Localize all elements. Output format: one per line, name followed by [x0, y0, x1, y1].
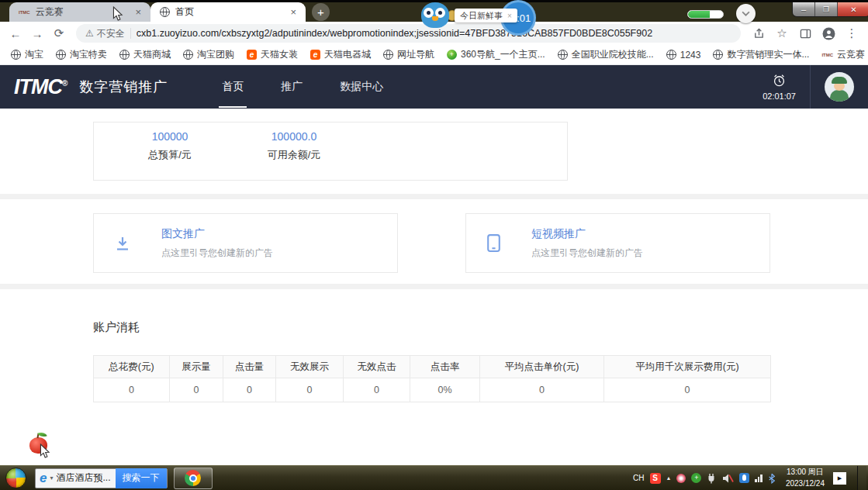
bookmark-item[interactable]: e天猫电器城 [304, 47, 377, 64]
mobile-device-icon [486, 233, 502, 253]
nav-promotion[interactable]: 推广 [279, 77, 304, 97]
tab-home[interactable]: 首页 × [150, 2, 306, 22]
power-plug-icon[interactable] [707, 473, 716, 484]
bookmark-item[interactable]: ITMC云竞赛 [815, 47, 868, 64]
qq-tray-icon[interactable] [739, 473, 749, 483]
card-title-link[interactable]: 短视频推广 [531, 227, 643, 241]
budget-box: 100000 总预算/元 100000.0 可用余额/元 [93, 122, 568, 181]
bookmark-label: 天猫女装 [261, 48, 298, 61]
bookmark-item[interactable]: 淘宝 [5, 47, 50, 64]
nav-home[interactable]: 首页 [220, 77, 245, 97]
balance-value[interactable]: 100000.0 [232, 130, 356, 143]
maximize-button[interactable]: ❐ [815, 2, 838, 16]
globe-icon [558, 50, 568, 60]
itmc-favicon: ITMC [821, 53, 833, 57]
card-text: 图文推广 点这里引导您创建新的广告 [161, 227, 273, 260]
tab-yunjingsai[interactable]: ITMC 云竞赛 × [9, 2, 150, 22]
total-budget-stat: 100000 总预算/元 [108, 130, 232, 162]
bookmark-item[interactable]: 1243 [660, 47, 707, 64]
registered-mark: ® [62, 79, 67, 88]
total-budget-value[interactable]: 100000 [108, 130, 232, 143]
browser-window: ITMC 云竞赛 × 首页 × + ← → ⟳ ⚠ 不安全 cxb1.z [0, 0, 868, 465]
chevron-down-icon [742, 11, 750, 16]
assistant-owl-mascot[interactable] [421, 2, 449, 28]
window-controls: – ❐ ✕ [792, 2, 868, 17]
tmall-icon: e [247, 50, 257, 60]
reload-button[interactable]: ⟳ [50, 24, 68, 43]
section-separator [0, 284, 868, 289]
cell-value: 0 [94, 378, 170, 402]
bookmark-item[interactable]: 网址导航 [377, 47, 441, 64]
image-text-promo-card[interactable]: 图文推广 点这里引导您创建新的广告 [93, 213, 398, 273]
new-tab-button[interactable]: + [312, 3, 330, 21]
url-text: cxb1.zuoyizuo.com/cxbszyxtg2/adputininde… [137, 28, 652, 39]
side-panel-icon[interactable] [795, 24, 815, 43]
globe-icon [713, 50, 723, 60]
bookmarks-bar: 淘宝 淘宝特卖 天猫商城 淘宝团购 e天猫女装 e天猫电器城 网址导航 +360… [0, 45, 868, 65]
promotion-cards-section: 图文推广 点这里引导您创建新的广告 短视频推广 点这里引导您创建新的广告 [0, 199, 868, 284]
flower-tray-icon[interactable] [676, 474, 686, 483]
forward-button[interactable]: → [28, 24, 47, 43]
caret-down-icon[interactable]: ▾ [50, 474, 53, 481]
short-video-promo-card[interactable]: 短视频推广 点这里引导您创建新的广告 [465, 213, 770, 273]
search-box-text[interactable]: 酒店酒店预... [56, 471, 110, 485]
network-signal-icon[interactable] [755, 474, 763, 482]
share-icon[interactable] [749, 24, 769, 43]
media-play-tray-button[interactable]: ▶ [833, 472, 846, 485]
not-secure-warning[interactable]: ⚠ 不安全 [85, 27, 125, 40]
timer-value: 02:01:07 [763, 91, 796, 101]
card-title-link[interactable]: 图文推广 [161, 227, 273, 241]
col-header: 点击量 [223, 356, 276, 378]
ie-search-deskband[interactable]: e ▾ 酒店酒店预... 搜索一下 [35, 468, 168, 488]
profile-avatar-icon[interactable] [818, 24, 839, 43]
bookmark-item[interactable]: 数字营销理实一体... [707, 47, 815, 64]
windows-taskbar: e ▾ 酒店酒店预... 搜索一下 CH S ▲ + 13:00 周日 2023… [0, 465, 868, 490]
bookmark-star-icon[interactable]: ☆ [772, 24, 792, 43]
bookmark-item[interactable]: 全国职业院校技能... [552, 47, 660, 64]
bookmark-item[interactable]: 淘宝特卖 [50, 47, 113, 64]
collapse-chevron-button[interactable] [736, 4, 756, 23]
back-button[interactable]: ← [6, 24, 25, 43]
tab-close-icon[interactable]: × [289, 7, 298, 17]
minimize-button[interactable]: – [793, 2, 815, 16]
sogou-input-icon[interactable]: S [650, 473, 661, 484]
close-button[interactable]: ✕ [838, 2, 868, 16]
bookmark-item[interactable]: +360导航_一个主页... [441, 47, 552, 64]
bookmark-item[interactable]: 天猫商城 [113, 47, 177, 64]
card-desc: 点这里引导您创建新的广告 [161, 247, 273, 260]
globe-icon [56, 50, 66, 60]
news-close-icon[interactable]: × [507, 12, 512, 20]
360-safety-icon[interactable]: + [691, 473, 701, 483]
card-desc: 点这里引导您创建新的广告 [531, 247, 643, 260]
chrome-taskbar-button[interactable] [174, 468, 213, 489]
volume-muted-icon[interactable] [721, 473, 734, 484]
search-button[interactable]: 搜索一下 [116, 468, 167, 488]
bookmark-item[interactable]: 淘宝团购 [177, 47, 240, 64]
divider [130, 28, 131, 39]
bookmark-item[interactable]: e天猫女装 [240, 47, 304, 64]
user-avatar[interactable] [825, 72, 854, 102]
cell-value: 0 [344, 378, 410, 402]
address-bar[interactable]: ⚠ 不安全 cxb1.zuoyizuo.com/cxbszyxtg2/adput… [76, 24, 741, 43]
show-desktop-button[interactable] [857, 466, 866, 490]
language-indicator[interactable]: CH [633, 474, 644, 482]
bookmark-label: 淘宝特卖 [70, 48, 107, 61]
tab-close-icon[interactable]: × [133, 7, 143, 17]
menu-dots-icon[interactable]: ⋮ [842, 24, 862, 43]
session-timer: 02:01:07 [763, 73, 796, 101]
nav-data-center[interactable]: 数据中心 [338, 77, 385, 97]
consumption-table: 总花费(元) 展示量 点击量 无效展示 无效点击 点击率 平均点击单价(元) 平… [93, 355, 771, 402]
divider [810, 65, 811, 109]
show-hidden-icons[interactable]: ▲ [666, 475, 672, 481]
start-button[interactable] [5, 468, 26, 488]
news-bubble[interactable]: 今日新鲜事 × [455, 9, 517, 22]
bluetooth-icon[interactable] [768, 473, 776, 484]
bookmark-label: 天猫电器城 [324, 48, 371, 61]
security-label: 不安全 [97, 27, 125, 40]
cell-value: 0% [410, 378, 480, 402]
desktop-screen: ITMC 云竞赛 × 首页 × + ← → ⟳ ⚠ 不安全 cxb1.z [0, 0, 868, 490]
col-header: 无效点击 [344, 356, 410, 378]
col-header: 总花费(元) [94, 356, 170, 378]
progress-fill [688, 11, 710, 18]
taskbar-clock[interactable]: 13:00 周日 2023/12/24 [786, 467, 825, 489]
